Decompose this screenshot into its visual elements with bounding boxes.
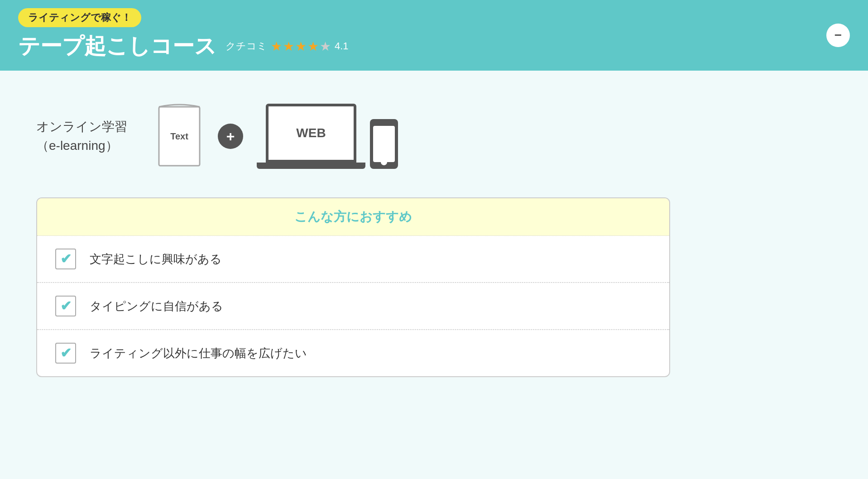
review-label: クチコミ	[225, 39, 267, 53]
star-4: ★	[307, 39, 319, 54]
recommend-text-3: ライティング以外に仕事の幅を広げたい	[90, 345, 307, 361]
recommend-item-3: ✔ ライティング以外に仕事の幅を広げたい	[37, 330, 669, 376]
star-3: ★	[295, 39, 307, 54]
recommend-text-2: タイピングに自信がある	[90, 298, 223, 314]
check-icon-2: ✔	[55, 296, 76, 316]
svg-text:Text: Text	[170, 131, 188, 141]
learning-label-line2: （e-learning）	[36, 139, 118, 153]
star-1: ★	[271, 39, 282, 54]
learning-section: オンライン学習 （e-learning） Text +	[36, 93, 832, 179]
main-content: オンライン学習 （e-learning） Text +	[0, 71, 868, 479]
laptop-screen: WEB	[266, 104, 356, 163]
star-rating: ★ ★ ★ ★ ★	[271, 39, 331, 54]
mobile-screen	[373, 126, 395, 162]
star-2: ★	[283, 39, 294, 54]
check-icon-3: ✔	[55, 343, 76, 364]
plus-icon: +	[218, 124, 243, 149]
recommend-item-2: ✔ タイピングに自信がある	[37, 283, 669, 330]
header-title-row: テープ起こしコース クチコミ ★ ★ ★ ★ ★ 4.1	[18, 32, 850, 61]
rating-number: 4.1	[335, 40, 349, 52]
laptop-base	[257, 163, 365, 169]
review-section: クチコミ ★ ★ ★ ★ ★ 4.1	[225, 39, 349, 54]
checkmark-2: ✔	[60, 299, 72, 313]
learning-label-line1: オンライン学習	[36, 120, 127, 134]
checkmark-3: ✔	[60, 346, 72, 360]
star-5: ★	[320, 39, 331, 54]
laptop-icon: WEB	[257, 104, 365, 169]
recommend-item-1: ✔ 文字起こしに興味がある	[37, 236, 669, 283]
recommend-box: こんな方におすすめ ✔ 文字起こしに興味がある ✔ タイピングに自信がある ✔ …	[36, 197, 670, 377]
header-badge: ライティングで稼ぐ！	[18, 8, 141, 27]
web-label: WEB	[296, 126, 326, 140]
header: ライティングで稼ぐ！ テープ起こしコース クチコミ ★ ★ ★ ★ ★ 4.1 …	[0, 0, 868, 71]
recommend-header: こんな方におすすめ	[37, 198, 669, 236]
book-icon-wrap: Text	[154, 102, 204, 170]
close-button[interactable]: −	[826, 24, 850, 47]
plus-symbol: +	[226, 128, 235, 145]
course-title: テープ起こしコース	[18, 32, 216, 61]
learning-label: オンライン学習 （e-learning）	[36, 117, 127, 155]
web-devices: WEB	[257, 104, 398, 169]
check-icon-1: ✔	[55, 249, 76, 269]
recommend-text-1: 文字起こしに興味がある	[90, 251, 222, 267]
book-icon: Text	[154, 102, 204, 170]
checkmark-1: ✔	[60, 252, 72, 266]
mobile-phone-icon	[370, 119, 398, 169]
mobile-home-button	[381, 159, 387, 165]
learning-icons: Text + WEB	[154, 102, 398, 170]
